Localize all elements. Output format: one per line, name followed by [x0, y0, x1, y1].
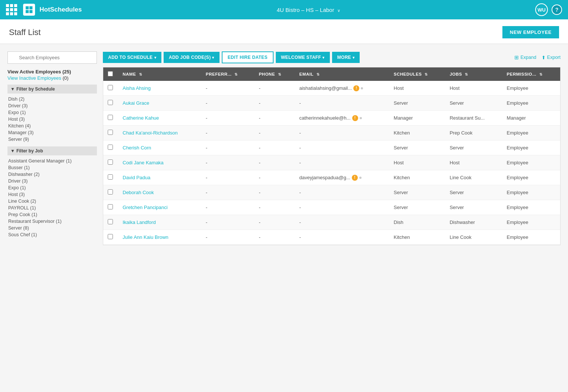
employee-name[interactable]: Cherish Corn	[118, 140, 201, 155]
job-filter-item[interactable]: Prep Cook (1)	[8, 211, 97, 218]
row-checkbox-cell[interactable]	[103, 81, 118, 96]
row-checkbox-cell[interactable]	[103, 140, 118, 155]
more-button[interactable]: MORE ▾	[332, 52, 360, 63]
employee-name[interactable]: Codi Jane Kamaka	[118, 155, 201, 170]
search-wrapper	[7, 51, 97, 64]
welcome-staff-button[interactable]: WELCOME STAFF ▾	[276, 52, 330, 63]
row-checkbox-cell[interactable]	[103, 230, 118, 245]
edit-hire-dates-label: EDIT HIRE DATES	[228, 55, 268, 60]
location-label[interactable]: 4U Bistro – HS – Labor ∨	[277, 7, 340, 13]
job-filter-item[interactable]: Line Cook (2)	[8, 198, 97, 205]
schedule-filter-item[interactable]: Server (9)	[8, 136, 97, 143]
employee-name[interactable]: Julie Ann Kaiu Brown	[118, 230, 201, 245]
employee-name[interactable]: Chad Ka'anoi-Richardson	[118, 126, 201, 140]
new-employee-button[interactable]: NEW EMPLOYEE	[502, 26, 559, 38]
employee-name[interactable]: Deborah Cook	[118, 185, 201, 200]
row-checkbox-cell[interactable]	[103, 126, 118, 140]
job-filter-item[interactable]: PAYROLL (1)	[8, 205, 97, 211]
user-avatar[interactable]: WU	[535, 3, 548, 16]
table-scroll[interactable]: NAME ⇅ PREFERR... ⇅ PHONE ⇅ EMAIL ⇅ SCHE…	[103, 67, 560, 245]
employee-email: aishatialahsing@gmail...!	[295, 81, 389, 96]
job-filter-item[interactable]: Host (3)	[8, 191, 97, 198]
filter-by-job-section[interactable]: ▼ Filter by Job	[7, 146, 97, 155]
row-checkbox[interactable]	[108, 219, 113, 224]
row-checkbox-cell[interactable]	[103, 155, 118, 170]
job-filter-item[interactable]: Busser (1)	[8, 164, 97, 171]
employee-name[interactable]: Aisha Ahsing	[118, 81, 201, 96]
schedule-filter-item[interactable]: Kitchen (4)	[8, 123, 97, 129]
email-dot	[361, 87, 363, 89]
search-input[interactable]	[7, 51, 97, 64]
row-checkbox[interactable]	[108, 159, 113, 165]
employee-phone: -	[254, 140, 295, 155]
export-button[interactable]: ⬆ Export	[542, 55, 561, 60]
app-grid-icon[interactable]	[6, 4, 17, 15]
employee-name[interactable]: Aukai Grace	[118, 96, 201, 111]
employee-permission: Manager	[502, 111, 560, 126]
job-filter-item[interactable]: Assistant General Manager (1)	[8, 158, 97, 164]
job-filter-item[interactable]: Driver (3)	[8, 178, 97, 184]
row-checkbox[interactable]	[108, 145, 113, 150]
employee-name[interactable]: Gretchen Pancipanci	[118, 200, 201, 215]
header-schedules[interactable]: SCHEDULES ⇅	[389, 67, 445, 81]
schedule-filter-item[interactable]: Dish (2)	[8, 96, 97, 102]
employee-permission: Employee	[502, 140, 560, 155]
row-checkbox[interactable]	[108, 115, 113, 120]
job-filter-item[interactable]: Dishwasher (2)	[8, 171, 97, 178]
row-checkbox[interactable]	[108, 130, 113, 135]
header-checkbox-cell[interactable]	[103, 67, 118, 81]
employee-permission: Employee	[502, 200, 560, 215]
row-checkbox-cell[interactable]	[103, 96, 118, 111]
header-jobs[interactable]: JOBS ⇅	[445, 67, 502, 81]
expand-button[interactable]: ⊞ Expand	[514, 54, 536, 60]
row-checkbox-cell[interactable]	[103, 170, 118, 185]
job-filter-item[interactable]: Restaurant Supervisor (1)	[8, 218, 97, 225]
job-filter-item[interactable]: Sous Chef (1)	[8, 231, 97, 238]
header-phone[interactable]: PHONE ⇅	[254, 67, 295, 81]
schedule-filter-item[interactable]: Driver (3)	[8, 102, 97, 109]
header-permission[interactable]: PERMISSIO... ⇅	[502, 67, 560, 81]
schedule-filter-item[interactable]: Host (3)	[8, 116, 97, 123]
employee-name[interactable]: Catherine Kahue	[118, 111, 201, 126]
help-button[interactable]: ?	[552, 4, 562, 15]
export-label: Export	[547, 55, 561, 60]
table-row: Ikaika Landford---DishDishwasherEmployee	[103, 215, 560, 230]
employee-permission: Employee	[502, 81, 560, 96]
view-inactive-employees-link[interactable]: View Inactive Employees (0)	[7, 75, 97, 81]
row-checkbox[interactable]	[108, 204, 113, 209]
employee-email: -	[295, 96, 389, 111]
row-checkbox-cell[interactable]	[103, 215, 118, 230]
schedule-filter-item[interactable]: Expo (1)	[8, 109, 97, 116]
add-to-schedule-button[interactable]: ADD TO SCHEDULE ▾	[103, 52, 161, 63]
employee-phone: -	[254, 185, 295, 200]
header-email[interactable]: EMAIL ⇅	[295, 67, 389, 81]
employee-schedules: Server	[389, 140, 445, 155]
employee-preferred: -	[201, 111, 254, 126]
employee-schedules: Server	[389, 185, 445, 200]
view-active-employees-link[interactable]: View Active Employees (25)	[7, 69, 97, 75]
select-all-checkbox[interactable]	[108, 71, 113, 76]
welcome-staff-label: WELCOME STAFF	[281, 55, 321, 60]
employee-jobs: Host	[445, 81, 502, 96]
employee-name[interactable]: Ikaika Landford	[118, 215, 201, 230]
header-name[interactable]: NAME ⇅	[118, 67, 201, 81]
employee-schedules: Manager	[389, 111, 445, 126]
row-checkbox[interactable]	[108, 85, 113, 90]
job-filter-item[interactable]: Expo (1)	[8, 184, 97, 191]
employees-table: NAME ⇅ PREFERR... ⇅ PHONE ⇅ EMAIL ⇅ SCHE…	[103, 67, 560, 245]
row-checkbox[interactable]	[108, 100, 113, 105]
header-preferred[interactable]: PREFERR... ⇅	[201, 67, 254, 81]
job-filter-item[interactable]: Server (8)	[8, 225, 97, 231]
inactive-count: (0)	[63, 75, 69, 81]
edit-hire-dates-button[interactable]: EDIT HIRE DATES	[222, 51, 274, 63]
row-checkbox-cell[interactable]	[103, 111, 118, 126]
filter-by-schedule-section[interactable]: ▼ Filter by Schedule	[7, 85, 97, 94]
row-checkbox[interactable]	[108, 234, 113, 239]
row-checkbox[interactable]	[108, 174, 113, 180]
employee-name[interactable]: David Padua	[118, 170, 201, 185]
row-checkbox-cell[interactable]	[103, 200, 118, 215]
row-checkbox[interactable]	[108, 189, 113, 195]
schedule-filter-item[interactable]: Manager (3)	[8, 129, 97, 136]
add-job-codes-button[interactable]: ADD JOB CODE(S) ▾	[164, 52, 220, 63]
row-checkbox-cell[interactable]	[103, 185, 118, 200]
